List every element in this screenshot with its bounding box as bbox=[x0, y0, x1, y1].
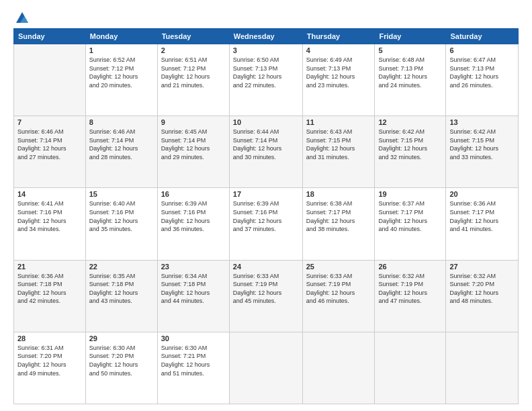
day-info: Sunrise: 6:30 AM Sunset: 7:21 PM Dayligh… bbox=[161, 344, 226, 377]
calendar-week-5: 28Sunrise: 6:31 AM Sunset: 7:20 PM Dayli… bbox=[14, 332, 519, 404]
calendar-cell: 28Sunrise: 6:31 AM Sunset: 7:20 PM Dayli… bbox=[14, 332, 86, 404]
calendar-cell: 2Sunrise: 6:51 AM Sunset: 7:12 PM Daylig… bbox=[157, 44, 229, 116]
day-info: Sunrise: 6:34 AM Sunset: 7:18 PM Dayligh… bbox=[161, 272, 226, 306]
calendar-cell bbox=[302, 332, 375, 404]
day-info: Sunrise: 6:31 AM Sunset: 7:20 PM Dayligh… bbox=[17, 344, 82, 377]
day-info: Sunrise: 6:42 AM Sunset: 7:15 PM Dayligh… bbox=[449, 128, 515, 161]
day-info: Sunrise: 6:52 AM Sunset: 7:12 PM Dayligh… bbox=[89, 56, 154, 89]
day-number: 11 bbox=[306, 118, 371, 126]
calendar-cell: 23Sunrise: 6:34 AM Sunset: 7:18 PM Dayli… bbox=[157, 260, 229, 332]
day-number: 21 bbox=[17, 263, 82, 271]
header bbox=[13, 11, 519, 23]
day-number: 1 bbox=[89, 46, 154, 54]
day-number: 15 bbox=[89, 190, 154, 198]
calendar-cell: 7Sunrise: 6:46 AM Sunset: 7:14 PM Daylig… bbox=[14, 116, 86, 188]
day-info: Sunrise: 6:30 AM Sunset: 7:20 PM Dayligh… bbox=[89, 344, 154, 377]
day-info: Sunrise: 6:49 AM Sunset: 7:13 PM Dayligh… bbox=[306, 56, 371, 89]
day-info: Sunrise: 6:38 AM Sunset: 7:17 PM Dayligh… bbox=[306, 199, 371, 233]
day-info: Sunrise: 6:35 AM Sunset: 7:18 PM Dayligh… bbox=[89, 272, 154, 306]
day-info: Sunrise: 6:46 AM Sunset: 7:14 PM Dayligh… bbox=[17, 128, 82, 161]
day-number: 18 bbox=[306, 190, 371, 198]
calendar-week-2: 7Sunrise: 6:46 AM Sunset: 7:14 PM Daylig… bbox=[14, 116, 519, 188]
day-number: 12 bbox=[378, 118, 442, 126]
day-number: 24 bbox=[233, 263, 299, 271]
day-number: 9 bbox=[161, 118, 226, 126]
calendar-cell: 3Sunrise: 6:50 AM Sunset: 7:13 PM Daylig… bbox=[229, 44, 302, 116]
day-number: 23 bbox=[161, 263, 226, 271]
day-info: Sunrise: 6:47 AM Sunset: 7:13 PM Dayligh… bbox=[449, 56, 515, 89]
calendar-cell: 30Sunrise: 6:30 AM Sunset: 7:21 PM Dayli… bbox=[157, 332, 229, 404]
calendar-cell: 18Sunrise: 6:38 AM Sunset: 7:17 PM Dayli… bbox=[302, 188, 375, 260]
calendar-cell: 26Sunrise: 6:32 AM Sunset: 7:19 PM Dayli… bbox=[375, 260, 446, 332]
calendar-cell: 8Sunrise: 6:46 AM Sunset: 7:14 PM Daylig… bbox=[85, 116, 157, 188]
calendar-cell: 24Sunrise: 6:33 AM Sunset: 7:19 PM Dayli… bbox=[229, 260, 302, 332]
calendar-cell bbox=[14, 44, 86, 116]
day-number: 30 bbox=[161, 334, 226, 342]
day-number: 7 bbox=[17, 118, 82, 126]
calendar-cell: 15Sunrise: 6:40 AM Sunset: 7:16 PM Dayli… bbox=[85, 188, 157, 260]
day-info: Sunrise: 6:37 AM Sunset: 7:17 PM Dayligh… bbox=[378, 199, 442, 233]
calendar-header-row: SundayMondayTuesdayWednesdayThursdayFrid… bbox=[14, 29, 519, 44]
day-info: Sunrise: 6:32 AM Sunset: 7:20 PM Dayligh… bbox=[449, 272, 515, 306]
day-number: 14 bbox=[17, 190, 82, 198]
calendar-table: SundayMondayTuesdayWednesdayThursdayFrid… bbox=[13, 28, 519, 404]
col-header-friday: Friday bbox=[375, 29, 446, 44]
calendar-cell bbox=[375, 332, 446, 404]
calendar-cell: 21Sunrise: 6:36 AM Sunset: 7:18 PM Dayli… bbox=[14, 260, 86, 332]
day-number: 10 bbox=[233, 118, 299, 126]
col-header-monday: Monday bbox=[85, 29, 157, 44]
day-info: Sunrise: 6:36 AM Sunset: 7:18 PM Dayligh… bbox=[17, 272, 82, 306]
day-number: 27 bbox=[449, 263, 515, 271]
day-number: 22 bbox=[89, 263, 154, 271]
day-number: 16 bbox=[161, 190, 226, 198]
calendar-cell: 5Sunrise: 6:48 AM Sunset: 7:13 PM Daylig… bbox=[375, 44, 446, 116]
calendar-cell: 14Sunrise: 6:41 AM Sunset: 7:16 PM Dayli… bbox=[14, 188, 86, 260]
calendar-cell bbox=[446, 332, 519, 404]
col-header-thursday: Thursday bbox=[302, 29, 375, 44]
day-number: 29 bbox=[89, 334, 154, 342]
calendar-cell: 10Sunrise: 6:44 AM Sunset: 7:14 PM Dayli… bbox=[229, 116, 302, 188]
day-info: Sunrise: 6:39 AM Sunset: 7:16 PM Dayligh… bbox=[161, 199, 226, 233]
day-info: Sunrise: 6:46 AM Sunset: 7:14 PM Dayligh… bbox=[89, 128, 154, 161]
day-info: Sunrise: 6:32 AM Sunset: 7:19 PM Dayligh… bbox=[378, 272, 442, 306]
col-header-sunday: Sunday bbox=[14, 29, 86, 44]
calendar-cell: 11Sunrise: 6:43 AM Sunset: 7:15 PM Dayli… bbox=[302, 116, 375, 188]
calendar-cell: 4Sunrise: 6:49 AM Sunset: 7:13 PM Daylig… bbox=[302, 44, 375, 116]
day-number: 2 bbox=[161, 46, 226, 54]
day-info: Sunrise: 6:50 AM Sunset: 7:13 PM Dayligh… bbox=[233, 56, 299, 89]
day-number: 5 bbox=[378, 46, 442, 54]
day-number: 6 bbox=[449, 46, 515, 54]
day-number: 25 bbox=[306, 263, 371, 271]
day-number: 17 bbox=[233, 190, 299, 198]
day-info: Sunrise: 6:44 AM Sunset: 7:14 PM Dayligh… bbox=[233, 128, 299, 161]
calendar-week-1: 1Sunrise: 6:52 AM Sunset: 7:12 PM Daylig… bbox=[14, 44, 519, 116]
day-info: Sunrise: 6:40 AM Sunset: 7:16 PM Dayligh… bbox=[89, 199, 154, 233]
day-info: Sunrise: 6:42 AM Sunset: 7:15 PM Dayligh… bbox=[378, 128, 442, 161]
day-number: 20 bbox=[449, 190, 515, 198]
calendar-cell: 25Sunrise: 6:33 AM Sunset: 7:19 PM Dayli… bbox=[302, 260, 375, 332]
calendar-cell: 19Sunrise: 6:37 AM Sunset: 7:17 PM Dayli… bbox=[375, 188, 446, 260]
day-info: Sunrise: 6:41 AM Sunset: 7:16 PM Dayligh… bbox=[17, 199, 82, 233]
calendar-cell: 6Sunrise: 6:47 AM Sunset: 7:13 PM Daylig… bbox=[446, 44, 519, 116]
day-number: 28 bbox=[17, 334, 82, 342]
calendar-cell bbox=[229, 332, 302, 404]
day-info: Sunrise: 6:33 AM Sunset: 7:19 PM Dayligh… bbox=[306, 272, 371, 306]
day-number: 8 bbox=[89, 118, 154, 126]
calendar-cell: 12Sunrise: 6:42 AM Sunset: 7:15 PM Dayli… bbox=[375, 116, 446, 188]
day-info: Sunrise: 6:39 AM Sunset: 7:16 PM Dayligh… bbox=[233, 199, 299, 233]
day-number: 4 bbox=[306, 46, 371, 54]
calendar-cell: 9Sunrise: 6:45 AM Sunset: 7:14 PM Daylig… bbox=[157, 116, 229, 188]
day-info: Sunrise: 6:48 AM Sunset: 7:13 PM Dayligh… bbox=[378, 56, 442, 89]
logo-icon bbox=[15, 11, 30, 26]
logo bbox=[13, 11, 30, 23]
calendar-cell: 17Sunrise: 6:39 AM Sunset: 7:16 PM Dayli… bbox=[229, 188, 302, 260]
calendar-cell: 27Sunrise: 6:32 AM Sunset: 7:20 PM Dayli… bbox=[446, 260, 519, 332]
day-info: Sunrise: 6:51 AM Sunset: 7:12 PM Dayligh… bbox=[161, 56, 226, 89]
calendar-week-3: 14Sunrise: 6:41 AM Sunset: 7:16 PM Dayli… bbox=[14, 188, 519, 260]
col-header-saturday: Saturday bbox=[446, 29, 519, 44]
calendar-week-4: 21Sunrise: 6:36 AM Sunset: 7:18 PM Dayli… bbox=[14, 260, 519, 332]
calendar-cell: 29Sunrise: 6:30 AM Sunset: 7:20 PM Dayli… bbox=[85, 332, 157, 404]
day-info: Sunrise: 6:43 AM Sunset: 7:15 PM Dayligh… bbox=[306, 128, 371, 161]
calendar-cell: 20Sunrise: 6:36 AM Sunset: 7:17 PM Dayli… bbox=[446, 188, 519, 260]
day-info: Sunrise: 6:36 AM Sunset: 7:17 PM Dayligh… bbox=[449, 199, 515, 233]
